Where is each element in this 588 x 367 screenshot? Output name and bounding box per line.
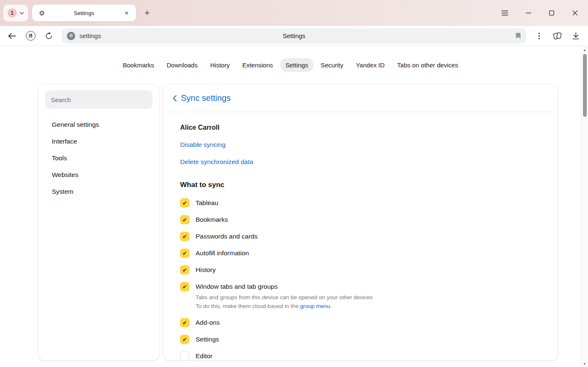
sync-item-with-description: Window tabs and tab groups Tabs and grou… xyxy=(196,282,373,311)
checkbox-addons[interactable] xyxy=(180,318,189,327)
checkbox-history[interactable] xyxy=(180,265,189,275)
nav-item-downloads[interactable]: Downloads xyxy=(161,58,203,72)
checkbox-tableau[interactable] xyxy=(180,198,189,208)
yandex-logo-icon: Я xyxy=(26,31,36,41)
nav-item-yandex-id[interactable]: Yandex ID xyxy=(350,58,390,72)
settings-top-nav: Bookmarks Downloads History Extensions S… xyxy=(0,58,581,72)
bookmark-icon[interactable] xyxy=(515,32,521,39)
sync-account-name: Alice Carroll xyxy=(180,124,541,131)
checkbox-bookmarks[interactable] xyxy=(180,215,189,224)
sync-item-row: Autofill information xyxy=(180,249,541,258)
sidebar-item-general-settings[interactable]: General settings xyxy=(45,116,153,133)
sidebar-item-tools[interactable]: Tools xyxy=(45,150,153,167)
description-line-2-suffix: . xyxy=(330,303,332,309)
description-line-1: Tabs and groups from this device can be … xyxy=(196,294,373,300)
chevron-down-icon xyxy=(20,12,24,15)
tab-close-icon[interactable]: ✕ xyxy=(122,8,132,18)
nav-item-extensions[interactable]: Extensions xyxy=(237,58,278,72)
checkbox-editor[interactable] xyxy=(180,352,189,360)
sidebar-item-interface[interactable]: Interface xyxy=(45,133,153,150)
settings-page: Bookmarks Downloads History Extensions S… xyxy=(0,46,581,367)
sync-options-list: Tableau Bookmarks Passwords and cards Au… xyxy=(180,198,541,360)
checkbox-passwords-and-cards[interactable] xyxy=(180,232,189,241)
checkbox-window-tabs[interactable] xyxy=(180,282,189,291)
sync-item-row: Passwords and cards xyxy=(180,232,541,241)
sync-settings-header[interactable]: Sync settings xyxy=(163,85,557,112)
sync-settings-panel: Sync settings Alice Carroll Disable sync… xyxy=(163,85,557,360)
nav-item-bookmarks[interactable]: Bookmarks xyxy=(117,58,160,72)
back-chevron-icon xyxy=(173,95,177,102)
what-to-sync-heading: What to sync xyxy=(180,181,541,189)
tab-group-count: 1 xyxy=(8,8,17,18)
refresh-button[interactable] xyxy=(41,28,57,44)
close-window-button[interactable] xyxy=(570,8,580,18)
back-button[interactable] xyxy=(4,28,20,44)
sync-item-label: Tableau xyxy=(196,198,218,208)
sync-item-row: Bookmarks xyxy=(180,215,541,224)
more-options-button[interactable] xyxy=(531,28,547,44)
checkbox-autofill-information[interactable] xyxy=(180,249,189,258)
search-input[interactable] xyxy=(45,90,153,109)
vertical-scrollbar[interactable]: ▲ ▼ xyxy=(581,46,588,367)
nav-item-settings[interactable]: Settings xyxy=(280,58,313,72)
address-page-title: Settings xyxy=(283,32,305,39)
address-bar[interactable]: ⚙ settings Settings xyxy=(62,28,526,44)
downloads-button[interactable] xyxy=(568,28,584,44)
collections-icon[interactable] xyxy=(550,28,565,44)
disable-syncing-link[interactable]: Disable syncing xyxy=(180,141,226,149)
delete-synced-data-link[interactable]: Delete synchronized data xyxy=(180,158,253,166)
sync-item-row: Add-ons xyxy=(180,318,541,327)
toolbar: Я ⚙ settings Settings xyxy=(0,26,588,46)
sync-item-row: Tableau xyxy=(180,198,541,208)
maximize-button[interactable] xyxy=(547,8,556,18)
sync-item-label: Editor xyxy=(196,352,213,360)
sync-item-label: Window tabs and tab groups xyxy=(196,283,277,290)
sidebar-item-system[interactable]: System xyxy=(45,183,153,200)
sync-item-label: History xyxy=(196,265,216,275)
minimize-button[interactable] xyxy=(524,8,533,18)
tab-group-chip[interactable]: 1 xyxy=(3,5,28,21)
sidebar-item-websites[interactable]: Websites xyxy=(45,167,153,183)
tab-title: Settings xyxy=(74,10,94,16)
yandex-button[interactable]: Я xyxy=(23,28,38,44)
sync-settings-body: Alice Carroll Disable syncing Delete syn… xyxy=(163,112,557,360)
tab-settings[interactable]: ⚙ Settings ✕ xyxy=(32,5,136,21)
sync-item-row: Settings xyxy=(180,335,541,344)
settings-sidebar: General settings Interface Tools Website… xyxy=(38,85,159,360)
description-line-2: To do this, make them cloud-based in the xyxy=(196,303,300,309)
group-menu-link[interactable]: group menu xyxy=(300,303,330,309)
nav-item-tabs-other-devices[interactable]: Tabs on other devices xyxy=(392,58,463,72)
new-tab-button[interactable]: + xyxy=(141,7,153,19)
sync-item-row: Editor xyxy=(180,352,541,360)
sync-item-label: Settings xyxy=(196,335,219,344)
nav-item-security[interactable]: Security xyxy=(315,58,349,72)
page-title: Sync settings xyxy=(181,93,231,103)
sync-item-label: Bookmarks xyxy=(196,215,228,224)
scroll-down-icon[interactable]: ▼ xyxy=(581,360,588,367)
site-favicon-gear-icon: ⚙ xyxy=(67,32,75,40)
sync-item-label: Autofill information xyxy=(196,249,249,258)
sync-item-row: Window tabs and tab groups Tabs and grou… xyxy=(180,282,541,311)
nav-item-history[interactable]: History xyxy=(205,58,235,72)
scroll-thumb[interactable] xyxy=(583,54,587,117)
checkbox-settings[interactable] xyxy=(180,335,189,344)
sync-item-row: History xyxy=(180,265,541,275)
browser-menu-button[interactable] xyxy=(500,8,509,18)
sync-item-label: Add-ons xyxy=(196,318,220,327)
sidebar-list: General settings Interface Tools Website… xyxy=(45,116,153,200)
url-text: settings xyxy=(79,32,101,39)
sync-item-description: Tabs and groups from this device can be … xyxy=(196,293,373,311)
tab-favicon-gear-icon: ⚙ xyxy=(39,9,45,17)
settings-columns: General settings Interface Tools Website… xyxy=(38,85,557,360)
window-controls xyxy=(500,8,580,18)
sync-item-label: Passwords and cards xyxy=(196,232,257,241)
tab-strip: 1 ⚙ Settings ✕ + xyxy=(0,0,588,26)
scroll-up-icon[interactable]: ▲ xyxy=(581,46,588,53)
